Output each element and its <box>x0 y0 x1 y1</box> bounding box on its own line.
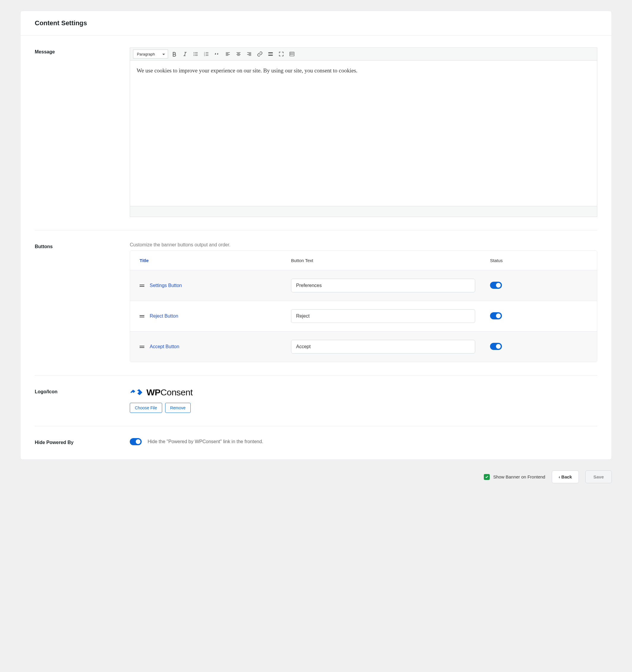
status-toggle[interactable] <box>490 343 502 350</box>
align-center-icon[interactable] <box>234 50 243 58</box>
editor-statusbar <box>130 206 597 217</box>
card-header: Content Settings <box>21 11 611 35</box>
bullet-list-icon[interactable] <box>191 50 200 58</box>
page-footer: Show Banner on Frontend ‹ Back Save <box>20 471 612 483</box>
content-settings-card: Content Settings Message Paragraph <box>20 11 612 460</box>
align-left-icon[interactable] <box>223 50 232 58</box>
buttons-helper-text: Customize the banner buttons output and … <box>130 242 597 247</box>
row-title[interactable]: Settings Button <box>150 283 182 288</box>
label-buttons: Buttons <box>35 242 130 362</box>
button-text-input[interactable] <box>291 279 475 292</box>
logo-text: WPConsent <box>146 387 193 398</box>
button-text-input[interactable] <box>291 309 475 323</box>
rich-text-editor: Paragraph 123 <box>130 47 597 217</box>
buttons-table-head: Title Button Text Status <box>130 251 597 270</box>
toolbar-toggle-icon[interactable] <box>287 50 297 58</box>
save-button[interactable]: Save <box>585 471 612 483</box>
hide-powered-desc: Hide the "Powered by WPConsent" link in … <box>148 439 263 445</box>
read-more-icon[interactable] <box>266 50 275 58</box>
editor-toolbar: Paragraph 123 <box>130 48 597 61</box>
col-header-status: Status <box>490 258 587 263</box>
label-logo: Logo/Icon <box>35 387 130 413</box>
svg-rect-10 <box>291 53 292 54</box>
svg-point-1 <box>194 54 194 55</box>
label-hide-powered: Hide Powered By <box>35 438 130 445</box>
button-text-input[interactable] <box>291 340 475 354</box>
svg-rect-14 <box>293 54 294 55</box>
logo-preview: WPConsent <box>130 387 597 398</box>
checkbox-checked-icon <box>484 474 490 480</box>
bold-icon[interactable] <box>170 50 179 58</box>
row-title[interactable]: Reject Button <box>150 313 178 319</box>
show-banner-checkbox[interactable]: Show Banner on Frontend <box>484 474 545 480</box>
setting-row-hide-powered: Hide Powered By Hide the "Powered by WPC… <box>35 438 597 445</box>
col-header-text: Button Text <box>291 258 490 263</box>
buttons-table: Title Button Text Status Settings Button <box>130 250 597 362</box>
label-message: Message <box>35 47 130 217</box>
svg-rect-6 <box>268 52 273 53</box>
table-row: Settings Button <box>130 270 597 301</box>
message-textarea[interactable]: We use cookies to improve your experienc… <box>130 61 597 206</box>
drag-handle-icon[interactable] <box>140 315 144 317</box>
remove-file-button[interactable]: Remove <box>165 403 191 413</box>
status-toggle[interactable] <box>490 282 502 289</box>
italic-icon[interactable] <box>181 50 189 58</box>
drag-handle-icon[interactable] <box>140 346 144 348</box>
svg-point-2 <box>194 55 194 56</box>
table-row: Reject Button <box>130 301 597 332</box>
status-toggle[interactable] <box>490 312 502 319</box>
link-icon[interactable] <box>255 50 264 58</box>
back-button[interactable]: ‹ Back <box>552 471 579 483</box>
card-title: Content Settings <box>35 19 597 27</box>
svg-rect-12 <box>290 54 291 55</box>
blockquote-icon[interactable] <box>213 50 221 58</box>
svg-text:3: 3 <box>204 55 205 56</box>
numbered-list-icon[interactable]: 123 <box>202 50 211 58</box>
table-row: Accept Button <box>130 332 597 362</box>
setting-row-buttons: Buttons Customize the banner buttons out… <box>35 242 597 376</box>
svg-rect-13 <box>291 54 292 55</box>
format-select[interactable]: Paragraph <box>133 50 168 58</box>
logo-mark-icon <box>130 387 143 398</box>
choose-file-button[interactable]: Choose File <box>130 403 162 413</box>
drag-handle-icon[interactable] <box>140 285 144 287</box>
svg-rect-11 <box>293 53 294 54</box>
setting-row-logo: Logo/Icon WPConsent Choose File Remove <box>35 387 597 426</box>
hide-powered-toggle[interactable] <box>130 438 142 445</box>
fullscreen-icon[interactable] <box>277 50 286 58</box>
setting-row-message: Message Paragraph <box>35 47 597 230</box>
col-header-title[interactable]: Title <box>140 258 291 263</box>
row-title[interactable]: Accept Button <box>150 344 179 350</box>
align-right-icon[interactable] <box>245 50 254 58</box>
svg-rect-7 <box>268 55 273 56</box>
svg-point-0 <box>194 52 194 53</box>
svg-rect-9 <box>290 53 291 54</box>
show-banner-label: Show Banner on Frontend <box>493 474 545 479</box>
chevron-left-icon: ‹ <box>559 474 561 479</box>
